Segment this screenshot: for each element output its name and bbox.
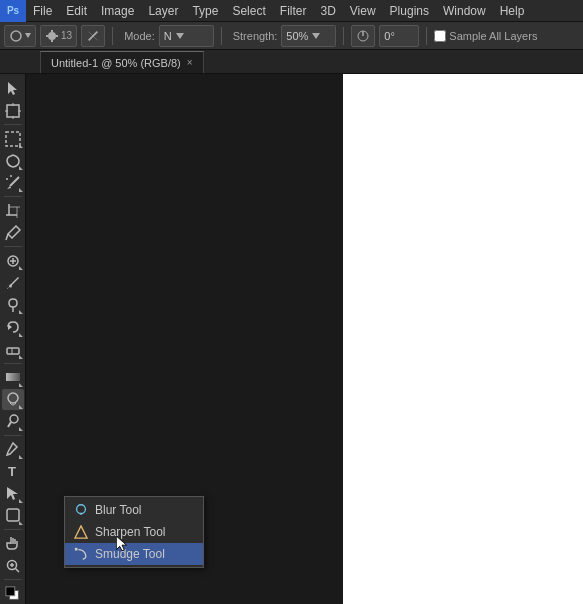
tool-sep-3 [4,246,22,247]
document-tab[interactable]: Untitled-1 @ 50% (RGB/8) × [40,51,204,73]
eyedropper-tool[interactable] [2,222,24,243]
canvas [343,74,583,604]
svg-point-2 [48,32,56,40]
svg-marker-8 [312,33,320,39]
svg-line-28 [6,234,8,240]
angle-dropdown[interactable]: 0° [379,25,419,47]
sample-all-label[interactable]: Sample All Layers [434,30,537,42]
menu-3d[interactable]: 3D [313,2,342,20]
strength-label: Strength: [233,30,278,42]
svg-marker-34 [8,324,12,330]
menu-edit[interactable]: Edit [59,2,94,20]
menu-view[interactable]: View [343,2,383,20]
foreground-background-colors[interactable] [2,583,24,604]
svg-point-32 [9,284,12,287]
main-area: T [0,74,583,604]
mode-label: Mode: [124,30,155,42]
tab-bar: Untitled-1 @ 50% (RGB/8) × [0,50,583,74]
tool-sep-4 [4,363,22,364]
tab-close-btn[interactable]: × [187,57,193,68]
move-tool[interactable] [2,78,24,99]
flyout-menu: Blur Tool Sharpen Tool Smudge Tool [64,496,204,568]
blur-tool-flyout[interactable]: Blur Tool [65,499,203,521]
blur-tool-icon [73,502,89,518]
menu-type[interactable]: Type [185,2,225,20]
svg-marker-11 [8,82,17,95]
eraser-tool[interactable] [2,339,24,360]
menu-plugins[interactable]: Plugins [383,2,436,20]
pen-tool[interactable] [2,439,24,460]
svg-rect-17 [6,132,20,146]
svg-line-40 [8,422,11,427]
svg-rect-12 [7,105,19,117]
sep2 [221,27,222,45]
marquee-tool[interactable] [2,128,24,149]
spot-healing-tool[interactable] [2,250,24,271]
shape-tool[interactable] [2,505,24,526]
svg-point-50 [77,505,86,514]
angle-icon [351,25,375,47]
tool-sep-1 [4,124,22,125]
brush-tool[interactable] [2,272,24,293]
svg-marker-19 [7,186,11,189]
menu-filter[interactable]: Filter [273,2,314,20]
svg-rect-4 [51,40,53,42]
tab-title: Untitled-1 @ 50% (RGB/8) [51,57,181,69]
menu-help[interactable]: Help [493,2,532,20]
sample-all-checkbox[interactable] [434,30,446,42]
crop-tool[interactable] [2,200,24,221]
sharpen-tool-flyout[interactable]: Sharpen Tool [65,521,203,543]
svg-point-0 [11,31,21,41]
artboard-tool[interactable] [2,100,24,121]
svg-rect-37 [6,373,20,381]
history-brush-tool[interactable] [2,316,24,337]
svg-point-39 [10,415,18,423]
canvas-area: Blur Tool Sharpen Tool Smudge Tool [26,74,583,604]
gradient-tool[interactable] [2,367,24,388]
tool-sep-6 [4,529,22,530]
brush-settings-btn[interactable]: 13 [40,25,77,47]
zoom-tool[interactable] [2,555,24,576]
svg-rect-35 [7,348,19,354]
type-tool[interactable]: T [2,461,24,482]
dodge-tool[interactable] [2,411,24,432]
svg-line-18 [10,177,19,186]
tool-sep-5 [4,435,22,436]
svg-rect-3 [51,30,53,32]
svg-rect-49 [5,586,14,595]
sep4 [426,27,427,45]
sep3 [343,27,344,45]
ps-logo: Ps [0,0,26,22]
menu-bar: Ps File Edit Image Layer Type Select Fil… [0,0,583,22]
menu-file[interactable]: File [26,2,59,20]
mode-dropdown[interactable]: N [159,25,214,47]
menu-layer[interactable]: Layer [141,2,185,20]
svg-point-38 [8,393,18,403]
lasso-tool[interactable] [2,150,24,171]
smudge-tool-label: Smudge Tool [95,547,165,561]
menu-window[interactable]: Window [436,2,493,20]
blur-tool-label: Blur Tool [95,503,141,517]
svg-rect-6 [56,35,58,37]
magic-wand-tool[interactable] [2,172,24,193]
brush-mode-icon[interactable] [81,25,105,47]
left-toolbar: T [0,74,26,604]
blur-tool-btn[interactable] [2,389,24,410]
sep1 [112,27,113,45]
svg-line-45 [15,568,19,572]
smudge-tool-flyout[interactable]: Smudge Tool [65,543,203,565]
clone-stamp-tool[interactable] [2,294,24,315]
brush-preset-picker[interactable] [4,25,36,47]
svg-marker-51 [75,526,87,538]
cursor [116,536,126,550]
svg-marker-42 [7,487,18,500]
svg-rect-5 [46,35,48,37]
menu-image[interactable]: Image [94,2,141,20]
strength-dropdown[interactable]: 50% [281,25,336,47]
path-selection-tool[interactable] [2,483,24,504]
tool-sep-7 [4,579,22,580]
menu-select[interactable]: Select [225,2,272,20]
hand-tool[interactable] [2,533,24,554]
sharpen-tool-label: Sharpen Tool [95,525,166,539]
smudge-tool-icon [73,546,89,562]
